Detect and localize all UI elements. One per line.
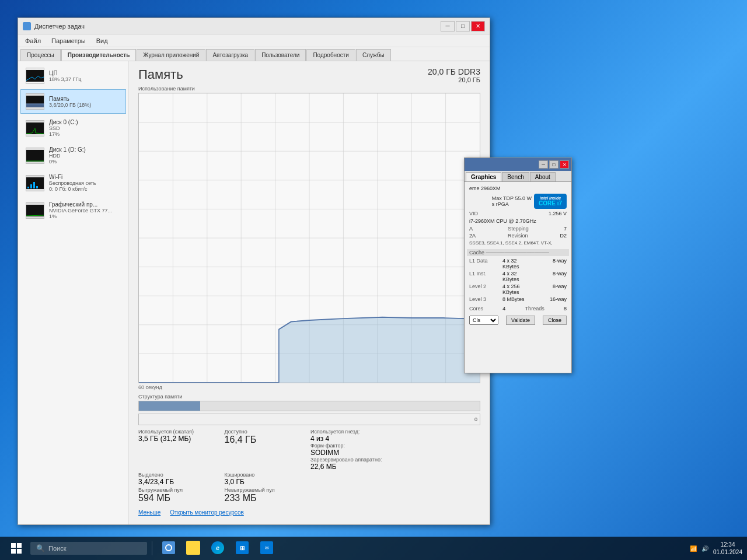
search-text: Поиск — [48, 545, 66, 552]
memory-detail: 3,6/20,0 ГБ (18%) — [49, 102, 121, 108]
search-bar[interactable]: 🔍 Поиск — [30, 542, 147, 555]
model-val: 2A — [469, 233, 476, 239]
tab-performance[interactable]: Производительность — [61, 49, 137, 61]
minimize-link[interactable]: Меньше — [138, 509, 160, 516]
titlebar-left: Диспетчер задач — [23, 22, 85, 30]
taskbar-app-explorer[interactable] — [181, 537, 205, 560]
intel-logo: intel inside CORE i7 — [534, 194, 567, 209]
cpuz-tabs: Graphics Bench About — [465, 171, 571, 182]
open-monitor-link[interactable]: Открыть монитор ресурсов — [170, 509, 244, 516]
menu-file[interactable]: Файл — [20, 36, 46, 46]
stepping-value: 7 — [564, 226, 567, 232]
l3-label: Level 3 — [469, 296, 500, 302]
memory-type-label: 20,0 ГБ DDR3 — [428, 67, 480, 76]
cpuz-instructions: SSSE3, SSE4.1, SSE4.2, EM64T, VT-X, — [467, 239, 569, 247]
vid-label: VID — [469, 211, 478, 216]
cpuz-tab-graphics[interactable]: Graphics — [466, 172, 501, 181]
stat-form-value: SODIMM — [310, 449, 395, 457]
cache-l1data-row: L1 Data 4 x 32 KBytes 8-way — [467, 257, 569, 270]
sidebar-item-cpu[interactable]: ЦП 18% 3,37 ГГц — [20, 64, 126, 88]
cpuz-maximize-button[interactable]: □ — [549, 160, 558, 169]
svg-rect-38 — [17, 549, 22, 554]
wifi-detail2: 0: 0 Гб: 0 кбит/с — [49, 186, 121, 192]
stat-used-value: 3,5 ГБ (31,2 МБ) — [138, 435, 222, 443]
chart-label: Использование памяти — [138, 86, 480, 92]
family-value: A — [469, 226, 473, 232]
stat-slots-value: 4 из 4 — [310, 435, 395, 443]
cpuz-model-row: 2A Revision D2 — [467, 232, 569, 239]
sidebar-item-disk1[interactable]: Диск 1 (D: G:) HDD 0% — [20, 142, 126, 169]
cpuz-tab-bench[interactable]: Bench — [502, 172, 529, 181]
svg-rect-37 — [11, 549, 16, 554]
cpuz-select[interactable]: Cls — [469, 316, 498, 325]
sidebar: ЦП 18% 3,37 ГГц Память 3,6/20,0 ГБ (18%) — [18, 61, 129, 524]
disk0-name: Диск 0 (C:) — [49, 119, 121, 125]
max-tdp-value: 55.0 W — [515, 195, 532, 201]
cpuz-close-button[interactable]: ✕ — [560, 160, 569, 169]
cpuz-minimize-button[interactable]: ─ — [539, 160, 548, 169]
memory-name: Память — [49, 96, 121, 102]
tab-app-history[interactable]: Журнал приложений — [137, 49, 205, 61]
task-manager-window: Диспетчер задач ─ □ ✕ Файл Параметры Вид… — [18, 18, 490, 525]
disk1-info: Диск 1 (D: G:) HDD 0% — [49, 146, 121, 164]
menu-view[interactable]: Вид — [92, 36, 113, 46]
right-panel: Память 20,0 ГБ DDR3 20,0 ГБ Использовани… — [129, 61, 490, 524]
wifi-detail1: Беспроводная сеть — [49, 180, 121, 186]
tab-startup[interactable]: Автозагрузка — [206, 49, 254, 61]
stat-paged-value: 594 МБ — [138, 493, 222, 503]
memory-structure-section: Структура памяти — [138, 394, 480, 411]
sidebar-item-memory[interactable]: Память 3,6/20,0 ГБ (18%) — [20, 89, 126, 114]
bottom-links: Меньше Открыть монитор ресурсов — [138, 506, 480, 519]
menu-params[interactable]: Параметры — [47, 36, 90, 46]
tray-icon-network: 📶 — [690, 545, 697, 552]
close-cpuz-button[interactable]: Close — [543, 316, 567, 325]
start-button[interactable] — [5, 537, 28, 560]
store-icon: ⊞ — [236, 541, 249, 554]
cpuz-cpu-name: i7-2960XM CPU @ 2.70GHz — [467, 217, 569, 225]
l2-size: 4 x 256 KBytes — [502, 284, 533, 295]
taskbar-tray: 📶 🔊 12:34 01.01.2024 — [690, 541, 742, 556]
sidebar-item-gpu[interactable]: Графический пр... NVIDIA GeForce GTX 77.… — [20, 197, 126, 223]
tab-processes[interactable]: Процессы — [20, 49, 61, 61]
disk1-icon — [26, 148, 44, 164]
stat-paged-label: Выгружаемый пул — [138, 487, 222, 493]
edge-icon: e — [211, 541, 224, 554]
close-button[interactable]: ✕ — [471, 21, 485, 32]
maximize-button[interactable]: □ — [456, 21, 470, 32]
tm-app-icon — [162, 541, 175, 554]
taskbar-app-store[interactable]: ⊞ — [231, 537, 254, 560]
cpuz-tab-about[interactable]: About — [530, 172, 556, 181]
bottom-bar: 0 — [138, 414, 480, 425]
svg-rect-5 — [26, 150, 44, 162]
taskbar-app-mail[interactable]: ✉ — [255, 537, 278, 560]
disk1-detail1: HDD — [49, 153, 121, 159]
tab-details[interactable]: Подробности — [306, 49, 355, 61]
stat-slots: Используется гнёзд: 4 из 4 Форм-фактор: … — [310, 429, 395, 471]
tray-icon-sound: 🔊 — [701, 545, 708, 552]
sidebar-item-wifi[interactable]: Wi-Fi Беспроводная сеть 0: 0 Гб: 0 кбит/… — [20, 170, 126, 196]
memory-graph-svg — [26, 96, 44, 107]
disk1-detail2: 0% — [49, 159, 121, 164]
memory-info: Память 3,6/20,0 ГБ (18%) — [49, 96, 121, 108]
cache-l3-row: Level 3 8 MBytes 16-way — [467, 296, 569, 303]
svg-rect-35 — [11, 543, 16, 548]
disk0-graph-svg — [26, 123, 44, 134]
minimize-button[interactable]: ─ — [441, 21, 455, 32]
file-explorer-icon — [186, 541, 200, 555]
task-manager-titlebar: Диспетчер задач ─ □ ✕ — [18, 18, 490, 34]
memory-structure-label: Структура памяти — [138, 394, 480, 400]
cpuz-content: eme 2960XM Max TDP 55.0 W s rPGA intel i… — [465, 182, 571, 330]
panel-memory-info: 20,0 ГБ DDR3 20,0 ГБ — [428, 67, 480, 83]
cpu-name: ЦП — [49, 70, 121, 76]
taskbar-app-edge[interactable]: e — [206, 537, 229, 560]
cpu-detail: 18% 3,37 ГГц — [49, 76, 121, 82]
intel-corei7: CORE i7 — [539, 200, 562, 206]
tab-users[interactable]: Пользователи — [255, 49, 306, 61]
svg-rect-36 — [17, 543, 22, 548]
validate-button[interactable]: Validate — [506, 316, 535, 325]
tab-services[interactable]: Службы — [356, 49, 391, 61]
stat-cached-value: 3,0 ГБ — [225, 478, 309, 486]
taskbar-app-tm[interactable] — [157, 537, 180, 560]
sidebar-item-disk0[interactable]: Диск 0 (C:) SSD 17% — [20, 115, 126, 141]
wifi-graph-svg — [26, 177, 44, 189]
